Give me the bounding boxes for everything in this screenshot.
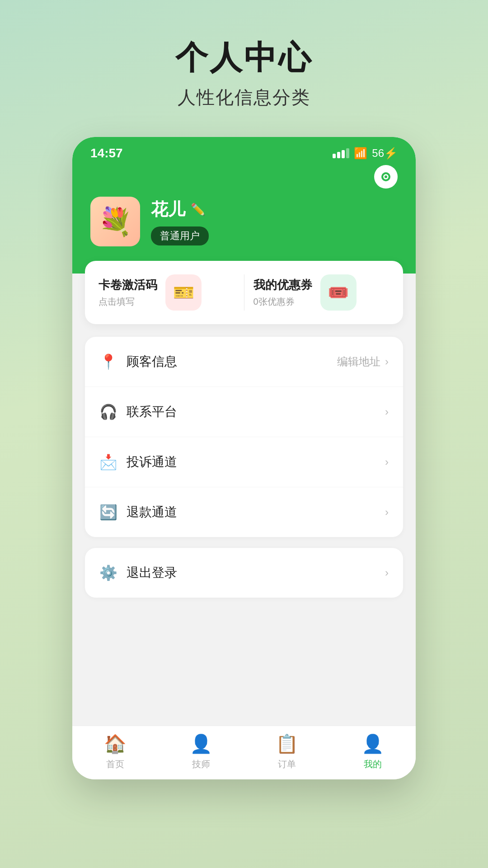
orders-icon: 📋 <box>276 733 298 755</box>
technician-icon: 👤 <box>190 733 212 755</box>
chevron-right-icon: › <box>385 355 389 368</box>
menu-right-customer-info: 编辑地址 › <box>337 354 389 369</box>
user-name-row: 花儿 ✏️ <box>151 198 209 221</box>
menu-item-complaint[interactable]: 📩 投诉通道 › <box>85 437 403 487</box>
coupon-title: 我的优惠券 <box>253 277 312 293</box>
menu-label-customer-info: 顾客信息 <box>127 353 328 370</box>
camera-button-area <box>72 165 416 192</box>
menu-item-refund[interactable]: 🔄 退款通道 › <box>85 487 403 537</box>
nav-item-home[interactable]: 🏠 首页 <box>72 733 158 770</box>
location-icon: 📍 <box>99 353 117 370</box>
chevron-right-icon-2: › <box>385 406 389 418</box>
settings-icon: ⚙️ <box>99 564 117 581</box>
signal-icon <box>333 148 349 158</box>
menu-label-refund: 退款通道 <box>127 504 376 521</box>
user-name: 花儿 <box>151 198 185 221</box>
activate-title: 卡卷激活码 <box>99 277 157 293</box>
home-icon: 🏠 <box>104 733 127 755</box>
coupon-item[interactable]: 我的优惠券 0张优惠券 🎟️ <box>253 274 390 311</box>
coupon-text-group: 我的优惠券 0张优惠券 <box>253 277 312 308</box>
activate-icon: 🎫 <box>173 283 194 302</box>
avatar[interactable]: 💐 <box>90 197 140 246</box>
bottom-nav: 🏠 首页 👤 技师 📋 订单 👤 我的 <box>72 726 416 779</box>
chevron-right-icon-5: › <box>385 566 389 579</box>
menu-right-logout: › <box>385 566 389 579</box>
edit-address-text: 编辑地址 <box>337 354 380 369</box>
avatar-image: 💐 <box>99 206 132 238</box>
status-time: 14:57 <box>90 146 123 160</box>
refund-icon: 🔄 <box>99 504 117 521</box>
nav-item-orders[interactable]: 📋 订单 <box>244 733 330 770</box>
camera-icon[interactable] <box>374 165 398 189</box>
nav-label-technician: 技师 <box>192 758 210 770</box>
headset-icon: 🎧 <box>99 403 117 420</box>
edit-icon[interactable]: ✏️ <box>191 203 205 217</box>
chevron-right-icon-3: › <box>385 456 389 468</box>
page-header: 个人中心 人性化信息分类 <box>175 36 313 110</box>
menu-item-logout[interactable]: ⚙️ 退出登录 › <box>85 548 403 598</box>
page-title: 个人中心 <box>175 36 313 80</box>
camera-dot <box>381 172 390 181</box>
menu-label-logout: 退出登录 <box>127 564 376 581</box>
nav-label-my: 我的 <box>364 758 382 770</box>
user-badge: 普通用户 <box>151 226 209 245</box>
status-icons: 📶 56⚡ <box>333 147 398 160</box>
menu-label-contact: 联系平台 <box>127 403 376 420</box>
nav-label-home: 首页 <box>106 758 124 770</box>
quick-divider <box>244 274 244 311</box>
activate-icon-wrap: 🎫 <box>165 274 202 311</box>
menu-card-2: ⚙️ 退出登录 › <box>85 548 403 598</box>
activate-code-item[interactable]: 卡卷激活码 点击填写 🎫 <box>99 274 235 311</box>
wifi-icon: 📶 <box>354 147 367 160</box>
page-subtitle: 人性化信息分类 <box>175 85 313 110</box>
nav-item-my[interactable]: 👤 我的 <box>330 733 416 770</box>
user-profile: 💐 花儿 ✏️ 普通用户 <box>72 192 416 255</box>
phone-frame: 14:57 📶 56⚡ 💐 花儿 <box>72 137 416 779</box>
nav-item-technician[interactable]: 👤 技师 <box>158 733 244 770</box>
coupon-icon: 🎟️ <box>328 283 349 302</box>
activate-text-group: 卡卷激活码 点击填写 <box>99 277 157 308</box>
phone-header: 14:57 📶 56⚡ 💐 花儿 <box>72 137 416 274</box>
coupon-subtitle: 0张优惠券 <box>253 296 312 308</box>
menu-right-contact: › <box>385 406 389 418</box>
status-bar: 14:57 📶 56⚡ <box>72 137 416 165</box>
mail-icon: 📩 <box>99 453 117 471</box>
menu-item-customer-info[interactable]: 📍 顾客信息 编辑地址 › <box>85 337 403 387</box>
my-icon: 👤 <box>361 733 384 755</box>
activate-subtitle: 点击填写 <box>99 296 157 308</box>
phone-content: 卡卷激活码 点击填写 🎫 我的优惠券 0张优惠券 🎟️ <box>72 274 416 726</box>
coupon-icon-wrap: 🎟️ <box>320 274 357 311</box>
menu-card-1: 📍 顾客信息 编辑地址 › 🎧 联系平台 › 📩 投诉通道 › <box>85 337 403 537</box>
chevron-right-icon-4: › <box>385 506 389 519</box>
menu-right-complaint: › <box>385 456 389 468</box>
menu-right-refund: › <box>385 506 389 519</box>
menu-label-complaint: 投诉通道 <box>127 453 376 471</box>
user-info: 花儿 ✏️ 普通用户 <box>151 198 209 245</box>
battery-indicator: 56⚡ <box>372 147 398 160</box>
menu-item-contact[interactable]: 🎧 联系平台 › <box>85 387 403 437</box>
quick-actions-card: 卡卷激活码 点击填写 🎫 我的优惠券 0张优惠券 🎟️ <box>85 261 403 324</box>
nav-label-orders: 订单 <box>278 758 296 770</box>
